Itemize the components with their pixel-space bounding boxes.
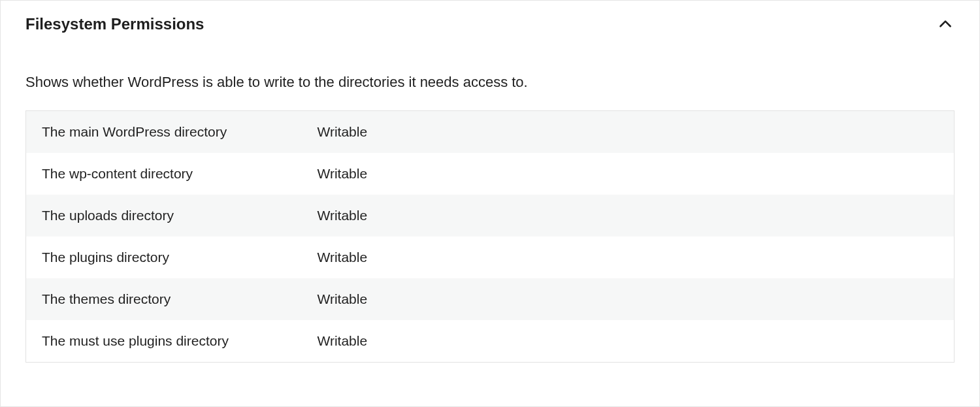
table-row: The wp-content directory Writable [26,153,955,195]
table-row: The plugins directory Writable [26,236,955,278]
chevron-up-icon [936,15,955,33]
permission-value: Writable [302,195,955,236]
panel-title: Filesystem Permissions [25,15,204,33]
permission-value: Writable [302,320,955,363]
table-row: The main WordPress directory Writable [26,111,955,154]
filesystem-permissions-panel: Filesystem Permissions Shows whether Wor… [0,0,980,407]
permission-value: Writable [302,236,955,278]
permission-value: Writable [302,111,955,154]
permission-label: The must use plugins directory [26,320,302,363]
permission-label: The plugins directory [26,236,302,278]
permission-value: Writable [302,278,955,320]
permission-value: Writable [302,153,955,195]
panel-header-toggle[interactable]: Filesystem Permissions [1,1,979,33]
permissions-table: The main WordPress directory Writable Th… [25,110,955,363]
permission-label: The main WordPress directory [26,111,302,154]
panel-description: Shows whether WordPress is able to write… [25,74,955,91]
table-row: The uploads directory Writable [26,195,955,236]
permission-label: The uploads directory [26,195,302,236]
permission-label: The themes directory [26,278,302,320]
permission-label: The wp-content directory [26,153,302,195]
table-row: The themes directory Writable [26,278,955,320]
table-row: The must use plugins directory Writable [26,320,955,363]
panel-body: Shows whether WordPress is able to write… [1,74,979,381]
